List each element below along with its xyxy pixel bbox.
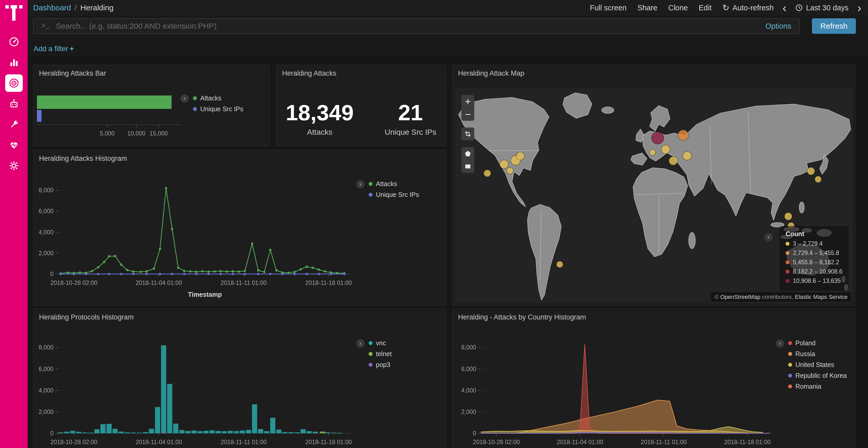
- legend: › vnctelnetpop3: [356, 339, 392, 372]
- legend-item[interactable]: Attacks: [193, 95, 243, 102]
- query-options-link[interactable]: Options: [766, 22, 791, 30]
- svg-text:0: 0: [50, 430, 54, 437]
- legend: › AttacksUnique Src IPs: [181, 95, 243, 116]
- t-logo-icon: [5, 5, 23, 21]
- legend-color-dot: [788, 374, 792, 378]
- legend-item[interactable]: 10,908.6 – 13,635: [785, 277, 842, 284]
- svg-text:0: 0: [473, 430, 476, 437]
- metric-group: 18,349 Attacks 21 Unique Src IPs: [276, 101, 445, 137]
- attacks-line-chart[interactable]: 02,0004,0006,0008,0002018-10-28 02:00201…: [33, 150, 445, 306]
- philippines-landmass: [799, 202, 804, 213]
- svg-text:8,000: 8,000: [461, 344, 476, 351]
- legend-item[interactable]: 5,455.8 – 8,182.2: [785, 259, 842, 266]
- time-range-button[interactable]: Last 30 days: [795, 4, 848, 12]
- map-legend-toggle-icon[interactable]: ‹: [765, 233, 773, 241]
- sidebar-item-health[interactable]: [5, 136, 23, 154]
- iberia-landmass: [631, 153, 647, 165]
- fit-bounds-button[interactable]: [461, 128, 474, 140]
- rectangle-icon: [464, 163, 471, 170]
- legend-item[interactable]: United States: [788, 361, 847, 369]
- sidebar-item-tools[interactable]: [5, 115, 23, 133]
- legend-toggle-icon[interactable]: ›: [356, 339, 365, 348]
- bar-chart-icon: [8, 57, 20, 68]
- top-menu: Full screen Share Clone Edit ↻ Auto-refr…: [590, 2, 859, 14]
- svg-text:2018-10-28 02:00: 2018-10-28 02:00: [51, 439, 97, 445]
- svg-text:2018-11-18 01:00: 2018-11-18 01:00: [305, 439, 352, 445]
- legend-toggle-icon[interactable]: ›: [356, 180, 365, 188]
- metric-label: Attacks: [286, 128, 354, 137]
- edit-button[interactable]: Edit: [699, 4, 712, 12]
- full-screen-button[interactable]: Full screen: [590, 4, 627, 12]
- auto-refresh-button[interactable]: ↻ Auto-refresh: [722, 3, 774, 13]
- panel-attack-map: Heralding Attack Map: [452, 65, 855, 306]
- legend-color-dot: [785, 251, 789, 255]
- legend-item[interactable]: Unique Src IPs: [369, 191, 419, 199]
- polygon-filter-button[interactable]: [461, 147, 474, 160]
- legend-item[interactable]: vnc: [369, 339, 392, 347]
- crop-icon: [464, 131, 471, 137]
- svg-text:2,000: 2,000: [461, 409, 476, 415]
- legend-toggle-icon[interactable]: ›: [776, 339, 784, 348]
- time-forward-button[interactable]: ›: [858, 2, 861, 14]
- rectangle-filter-button[interactable]: [461, 160, 474, 173]
- south-america-landmass: [528, 204, 561, 300]
- svg-text:6,000: 6,000: [38, 208, 54, 214]
- iceland-landmass: [602, 107, 614, 113]
- refresh-button[interactable]: Refresh: [812, 18, 856, 34]
- legend-toggle-icon[interactable]: ›: [181, 95, 189, 103]
- svg-text:2,000: 2,000: [38, 409, 54, 415]
- legend-item[interactable]: pop3: [369, 361, 392, 369]
- sidebar-item-honeypots[interactable]: [5, 95, 23, 112]
- zoom-out-button[interactable]: −: [461, 108, 474, 121]
- protocols-bar-chart[interactable]: 02,0004,0006,0008,0002018-10-28 02:00201…: [33, 309, 445, 448]
- heartbeat-icon: [8, 140, 20, 150]
- legend-item[interactable]: Russia: [788, 350, 847, 358]
- openstreetmap-link[interactable]: OpenStreetMap: [720, 294, 760, 300]
- query-bar: >_ Options Refresh: [28, 15, 868, 35]
- panel-country-histogram: Heralding - Attacks by Country Histogram…: [452, 309, 855, 448]
- breadcrumb: Dashboard / Heralding: [33, 3, 114, 12]
- chart-legend: AttacksUnique Src IPs: [369, 180, 419, 202]
- legend-color-dot: [369, 352, 373, 356]
- legend-item[interactable]: telnet: [369, 350, 392, 358]
- legend-color-dot: [785, 242, 789, 246]
- sidebar-item-attack-stats[interactable]: [5, 74, 23, 92]
- legend-item[interactable]: Unique Src IPs: [193, 105, 243, 113]
- legend-item[interactable]: Republic of Korea: [788, 372, 847, 379]
- map-legend-items: 3 – 2,729.42,729.4 – 5,455.85,455.8 – 8,…: [785, 240, 842, 284]
- add-filter-link[interactable]: Add a filter+: [34, 45, 74, 53]
- refresh-icon: ↻: [722, 3, 730, 13]
- svg-text:2018-11-18 01:00: 2018-11-18 01:00: [305, 279, 352, 286]
- elastic-maps-link[interactable]: Elastic Maps Service: [795, 294, 847, 300]
- sidebar-item-settings[interactable]: [5, 157, 23, 174]
- legend-color-dot: [369, 363, 373, 367]
- legend-color-dot: [788, 341, 792, 345]
- legend-color-dot: [193, 107, 197, 111]
- svg-text:5,000: 5,000: [100, 130, 115, 137]
- greenland-landmass: [563, 93, 592, 118]
- legend-item[interactable]: 2,729.4 – 5,455.8: [785, 249, 842, 256]
- svg-text:2018-11-04 01:00: 2018-11-04 01:00: [135, 439, 182, 445]
- legend-color-dot: [788, 384, 792, 388]
- search-input[interactable]: [56, 22, 759, 30]
- sidebar-item-analytics[interactable]: [5, 54, 23, 71]
- svg-text:0: 0: [50, 271, 54, 277]
- time-back-button[interactable]: ‹: [782, 2, 786, 14]
- wrench-icon: [8, 119, 20, 130]
- legend-item[interactable]: Attacks: [369, 180, 419, 187]
- legend-item[interactable]: 8,182.2 – 10,908.6: [785, 268, 842, 275]
- legend-item[interactable]: Poland: [788, 339, 847, 347]
- chart-legend: PolandRussiaUnited StatesRepublic of Kor…: [788, 339, 847, 393]
- legend-item[interactable]: 3 – 2,729.4: [785, 240, 842, 247]
- breadcrumb-dashboard-link[interactable]: Dashboard: [33, 3, 71, 12]
- share-button[interactable]: Share: [637, 4, 657, 12]
- metric-value: 18,349: [286, 101, 354, 124]
- sidebar-item-dashboards[interactable]: [5, 33, 23, 50]
- legend-item[interactable]: Romania: [788, 383, 847, 390]
- search-box[interactable]: >_ Options: [33, 18, 800, 34]
- zoom-in-button[interactable]: +: [461, 95, 474, 108]
- map-attribution: © OpenStreetMap contributors, Elastic Ma…: [711, 292, 851, 302]
- svg-text:2018-11-11 01:00: 2018-11-11 01:00: [221, 439, 267, 445]
- clone-button[interactable]: Clone: [668, 4, 688, 12]
- legend-color-dot: [788, 363, 792, 367]
